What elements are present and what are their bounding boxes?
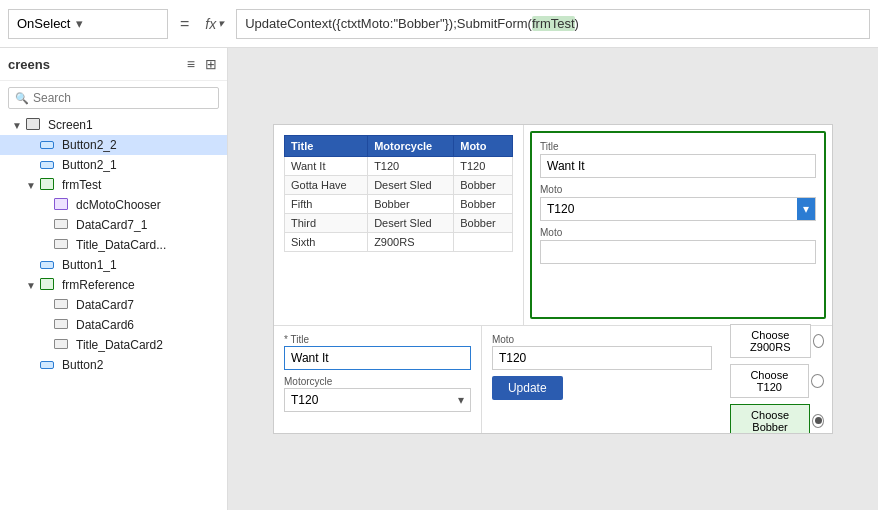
formula-part-2: });SubmitForm( <box>445 16 532 31</box>
sidebar-item-title-datacard[interactable]: Title_DataCard... <box>0 235 227 255</box>
choose-t120-button[interactable]: Choose T120 <box>730 364 809 398</box>
bottom-section: * Title Motorcycle T120 ▾ <box>274 325 832 434</box>
radio-bobber-inner <box>815 417 822 424</box>
table-row[interactable]: Gotta HaveDesert SledBobber <box>285 176 513 195</box>
form-test-panel: Title Moto T120 ▾ Moto <box>530 131 826 319</box>
cell: Third <box>285 214 368 233</box>
sidebar-item-button1-1[interactable]: Button1_1 <box>0 255 227 275</box>
button-icon3 <box>40 358 58 372</box>
sidebar-item-label: DataCard7_1 <box>76 218 147 232</box>
sidebar-item-datacard7-1[interactable]: DataCard7_1 <box>0 215 227 235</box>
cell: Desert Sled <box>368 214 454 233</box>
search-box: 🔍 <box>8 87 219 109</box>
sidebar-item-button2-1[interactable]: Button2_1 <box>0 155 227 175</box>
sidebar-item-frmreference[interactable]: ▼ frmReference <box>0 275 227 295</box>
sidebar-item-title-datacard2[interactable]: Title_DataCard2 <box>0 335 227 355</box>
cell: Bobber <box>454 214 513 233</box>
cell: Gotta Have <box>285 176 368 195</box>
col-motorcycle: Motorcycle <box>368 136 454 157</box>
form-ref-title-label: * Title <box>284 334 471 345</box>
choose-bobber-row: Choose Bobber <box>730 404 824 435</box>
button-icon <box>40 138 58 152</box>
form-ref-motorcycle-field: Motorcycle T120 ▾ <box>284 376 471 412</box>
card-icon5 <box>54 338 72 352</box>
table-row[interactable]: Want ItT120T120 <box>285 157 513 176</box>
canvas: Title Motorcycle Moto Want ItT120T120 Go… <box>228 48 878 510</box>
choose-z900rs-button[interactable]: Choose Z900RS <box>730 324 811 358</box>
property-select-arrow: ▾ <box>70 16 89 31</box>
choose-z900rs-row: Choose Z900RS <box>730 324 824 358</box>
form-right-moto2-label: Moto <box>540 227 816 238</box>
radio-bobber <box>812 414 824 428</box>
button-icon <box>40 158 58 172</box>
gallery-icon <box>54 198 72 212</box>
formula-bar[interactable]: UpdateContext({ctxtMoto:"Bobber"});Submi… <box>236 9 870 39</box>
form-ref-title-input[interactable] <box>284 346 471 370</box>
search-input[interactable] <box>33 91 212 105</box>
tree-panel: ▼ Screen1 Button2_2 Button2_1 ▼ <box>0 115 227 510</box>
card-icon3 <box>54 298 72 312</box>
formula-func-name: frmTest <box>532 16 575 31</box>
property-select-value: OnSelect <box>17 16 70 31</box>
form-right-moto-field: Moto T120 ▾ <box>540 184 816 221</box>
form-ref-motorcycle-arrow: ▾ <box>452 393 470 407</box>
fx-button[interactable]: fx ▾ <box>201 16 228 32</box>
top-section: Title Motorcycle Moto Want ItT120T120 Go… <box>274 125 832 325</box>
form-right-moto2-input[interactable] <box>540 240 816 264</box>
form-right-moto-arrow: ▾ <box>797 198 815 220</box>
form-right-title-input[interactable] <box>540 154 816 178</box>
form-right-moto-value: T120 <box>541 202 797 216</box>
sidebar: creens ≡ ⊞ 🔍 ▼ Screen1 Button2_2 <box>0 48 228 510</box>
sidebar-item-dcmotochooser[interactable]: dcMotoChooser <box>0 195 227 215</box>
form-right-moto-select[interactable]: T120 ▾ <box>540 197 816 221</box>
form-right-title-field: Title <box>540 141 816 178</box>
choose-bobber-button[interactable]: Choose Bobber <box>730 404 810 435</box>
table-row[interactable]: FifthBobberBobber <box>285 195 513 214</box>
form-ref-moto-input[interactable] <box>492 346 712 370</box>
list-view-icon[interactable]: ≡ <box>185 54 197 74</box>
top-bar: OnSelect ▾ = fx ▾ UpdateContext({ctxtMot… <box>0 0 878 48</box>
form-right-moto2-field: Moto <box>540 227 816 264</box>
cell: T120 <box>454 157 513 176</box>
sidebar-item-button2-2[interactable]: Button2_2 <box>0 135 227 155</box>
search-icon: 🔍 <box>15 92 29 105</box>
button-icon2 <box>40 258 58 272</box>
sidebar-item-datacard7[interactable]: DataCard7 <box>0 295 227 315</box>
sidebar-item-label: Button2_2 <box>62 138 117 152</box>
form-ref-moto-label: Moto <box>492 334 712 345</box>
formula-string: "Bobber" <box>393 16 444 31</box>
app-preview: Title Motorcycle Moto Want ItT120T120 Go… <box>273 124 833 434</box>
radio-z900rs <box>813 334 824 348</box>
sidebar-item-screen1[interactable]: ▼ Screen1 <box>0 115 227 135</box>
card-icon2 <box>54 238 72 252</box>
main-layout: creens ≡ ⊞ 🔍 ▼ Screen1 Button2_2 <box>0 48 878 510</box>
sidebar-item-frmtest[interactable]: ▼ frmTest <box>0 175 227 195</box>
sidebar-item-label: Screen1 <box>48 118 93 132</box>
property-select[interactable]: OnSelect ▾ <box>8 9 168 39</box>
grid-view-icon[interactable]: ⊞ <box>203 54 219 74</box>
sidebar-item-label: frmReference <box>62 278 135 292</box>
sidebar-item-button2[interactable]: Button2 <box>0 355 227 375</box>
expand-icon-collapse2: ▼ <box>26 280 40 291</box>
table-row[interactable]: ThirdDesert SledBobber <box>285 214 513 233</box>
sidebar-icons: ≡ ⊞ <box>185 54 219 74</box>
formula-part-3: ) <box>575 16 579 31</box>
data-table-container: Title Motorcycle Moto Want ItT120T120 Go… <box>274 125 524 325</box>
form-icon2 <box>40 278 58 292</box>
cell: Z900RS <box>368 233 454 252</box>
form-icon <box>40 178 58 192</box>
radio-t120 <box>811 374 824 388</box>
sidebar-item-label: Button2 <box>62 358 103 372</box>
form-ref-title-field: * Title <box>284 334 471 370</box>
form-right-title-label: Title <box>540 141 816 152</box>
cell: Bobber <box>454 176 513 195</box>
sidebar-title: creens <box>8 57 50 72</box>
table-row[interactable]: SixthZ900RS <box>285 233 513 252</box>
card-icon4 <box>54 318 72 332</box>
form-ref-motorcycle-select[interactable]: T120 ▾ <box>284 388 471 412</box>
form-ref-moto-field: Moto <box>492 334 712 370</box>
fx-label: fx <box>205 16 216 32</box>
card-icon <box>54 218 72 232</box>
sidebar-item-datacard6[interactable]: DataCard6 <box>0 315 227 335</box>
update-button[interactable]: Update <box>492 376 563 400</box>
